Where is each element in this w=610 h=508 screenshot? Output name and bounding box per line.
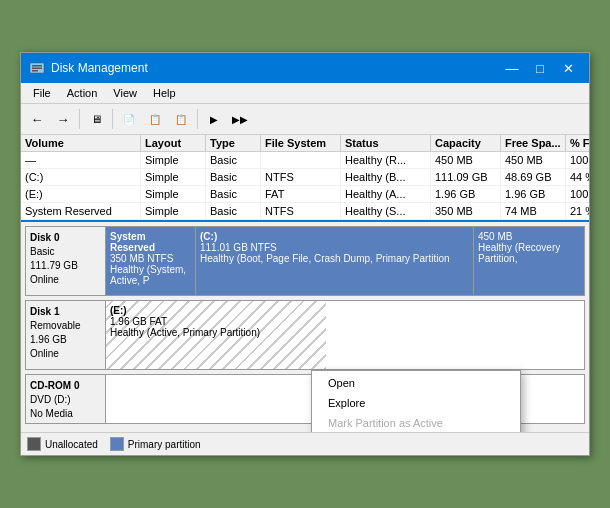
disk0-status: Online <box>30 273 101 287</box>
table-body: — Simple Basic Healthy (R... 450 MB 450 … <box>21 152 589 220</box>
toolbar-btn-6[interactable]: ▶ <box>202 107 226 131</box>
partition-system-reserved[interactable]: System Reserved 350 MB NTFS Healthy (Sys… <box>106 227 196 295</box>
disk1-status: Online <box>30 347 101 361</box>
maximize-button[interactable]: □ <box>527 57 553 79</box>
e-drive-title: (E:) <box>110 305 322 316</box>
row2-free: 1.96 GB <box>501 186 566 202</box>
legend-bar: Unallocated Primary partition <box>21 432 589 455</box>
ctx-open[interactable]: Open <box>312 373 520 393</box>
col-filesystem: File System <box>261 135 341 151</box>
row0-type: Basic <box>206 152 261 168</box>
row2-layout: Simple <box>141 186 206 202</box>
toolbar-btn-5[interactable]: 📋 <box>169 107 193 131</box>
menu-action[interactable]: Action <box>59 85 106 101</box>
menu-help[interactable]: Help <box>145 85 184 101</box>
e-drive-detail: 1.96 GB FAT <box>110 316 322 327</box>
legend-primary-label: Primary partition <box>128 439 201 450</box>
volume-table: Volume Layout Type File System Status Ca… <box>21 135 589 222</box>
table-header: Volume Layout Type File System Status Ca… <box>21 135 589 152</box>
ctx-mark-active: Mark Partition as Active <box>312 413 520 432</box>
disk0-row: Disk 0 Basic 111.79 GB Online System Res… <box>25 226 585 296</box>
toolbar-separator-1 <box>79 109 80 129</box>
col-volume: Volume <box>21 135 141 151</box>
cdrom0-drive: DVD (D:) <box>30 393 101 407</box>
row2-cap: 1.96 GB <box>431 186 501 202</box>
toolbar-btn-3[interactable]: 📄 <box>117 107 141 131</box>
minimize-button[interactable]: — <box>499 57 525 79</box>
forward-button[interactable]: → <box>51 107 75 131</box>
row3-cap: 350 MB <box>431 203 501 219</box>
cdrom0-name: CD-ROM 0 <box>30 379 101 393</box>
row3-pct: 21 % <box>566 203 589 219</box>
disk1-row: Disk 1 Removable 1.96 GB Online (E:) 1.9… <box>25 300 585 370</box>
ctx-explore[interactable]: Explore <box>312 393 520 413</box>
row0-volume: — <box>21 152 141 168</box>
col-status: Status <box>341 135 431 151</box>
row3-type: Basic <box>206 203 261 219</box>
menu-file[interactable]: File <box>25 85 59 101</box>
table-row[interactable]: — Simple Basic Healthy (R... 450 MB 450 … <box>21 152 589 169</box>
table-row[interactable]: (E:) Simple Basic FAT Healthy (A... 1.96… <box>21 186 589 203</box>
sys-reserved-detail: 350 MB NTFS <box>110 253 191 264</box>
title-bar: Disk Management — □ ✕ <box>21 53 589 83</box>
svg-rect-3 <box>32 70 38 72</box>
toolbar-btn-7[interactable]: ▶▶ <box>228 107 252 131</box>
sys-reserved-title: System Reserved <box>110 231 191 253</box>
row1-pct: 44 % <box>566 169 589 185</box>
disk-management-window: Disk Management — □ ✕ File Action View H… <box>20 52 590 456</box>
partition-c[interactable]: (C:) 111.01 GB NTFS Healthy (Boot, Page … <box>196 227 474 295</box>
svg-rect-2 <box>32 68 42 70</box>
row0-layout: Simple <box>141 152 206 168</box>
disk0-label: Disk 0 Basic 111.79 GB Online <box>26 227 106 295</box>
disk-area: Disk 0 Basic 111.79 GB Online System Res… <box>21 222 589 432</box>
row0-cap: 450 MB <box>431 152 501 168</box>
row3-free: 74 MB <box>501 203 566 219</box>
row2-volume: (E:) <box>21 186 141 202</box>
toolbar-btn-4[interactable]: 📋 <box>143 107 167 131</box>
disk1-partitions: (E:) 1.96 GB FAT Healthy (Active, Primar… <box>106 301 584 369</box>
row3-status: Healthy (S... <box>341 203 431 219</box>
console-button[interactable]: 🖥 <box>84 107 108 131</box>
disk0-type: Basic <box>30 245 101 259</box>
legend-primary-box <box>110 437 124 451</box>
c-drive-health: Healthy (Boot, Page File, Crash Dump, Pr… <box>200 253 469 264</box>
menu-bar: File Action View Help <box>21 83 589 104</box>
row2-status: Healthy (A... <box>341 186 431 202</box>
close-button[interactable]: ✕ <box>555 57 581 79</box>
legend-unallocated: Unallocated <box>27 437 98 451</box>
title-bar-left: Disk Management <box>29 60 148 76</box>
row2-fs: FAT <box>261 186 341 202</box>
row3-fs: NTFS <box>261 203 341 219</box>
table-row[interactable]: System Reserved Simple Basic NTFS Health… <box>21 203 589 220</box>
disk1-name: Disk 1 <box>30 305 101 319</box>
context-menu: Open Explore Mark Partition as Active Ch… <box>311 370 521 432</box>
col-type: Type <box>206 135 261 151</box>
row3-volume: System Reserved <box>21 203 141 219</box>
recovery-detail: 450 MB <box>478 231 580 242</box>
c-drive-title: (C:) <box>200 231 469 242</box>
menu-view[interactable]: View <box>105 85 145 101</box>
row1-volume: (C:) <box>21 169 141 185</box>
row2-type: Basic <box>206 186 261 202</box>
table-row[interactable]: (C:) Simple Basic NTFS Healthy (B... 111… <box>21 169 589 186</box>
window-icon <box>29 60 45 76</box>
disk1-size: 1.96 GB <box>30 333 101 347</box>
c-drive-detail: 111.01 GB NTFS <box>200 242 469 253</box>
toolbar-separator-3 <box>197 109 198 129</box>
toolbar-separator-2 <box>112 109 113 129</box>
row0-free: 450 MB <box>501 152 566 168</box>
disk0-size: 111.79 GB <box>30 259 101 273</box>
partition-recovery[interactable]: 450 MB Healthy (Recovery Partition, <box>474 227 584 295</box>
e-drive-health: Healthy (Active, Primary Partition) <box>110 327 322 338</box>
row0-status: Healthy (R... <box>341 152 431 168</box>
row0-pct: 100 % <box>566 152 589 168</box>
partition-e[interactable]: (E:) 1.96 GB FAT Healthy (Active, Primar… <box>106 301 326 369</box>
row1-cap: 111.09 GB <box>431 169 501 185</box>
disk1-type: Removable <box>30 319 101 333</box>
row1-type: Basic <box>206 169 261 185</box>
cdrom0-label: CD-ROM 0 DVD (D:) No Media <box>26 375 106 423</box>
row1-status: Healthy (B... <box>341 169 431 185</box>
recovery-health: Healthy (Recovery Partition, <box>478 242 580 264</box>
back-button[interactable]: ← <box>25 107 49 131</box>
title-controls: — □ ✕ <box>499 57 581 79</box>
